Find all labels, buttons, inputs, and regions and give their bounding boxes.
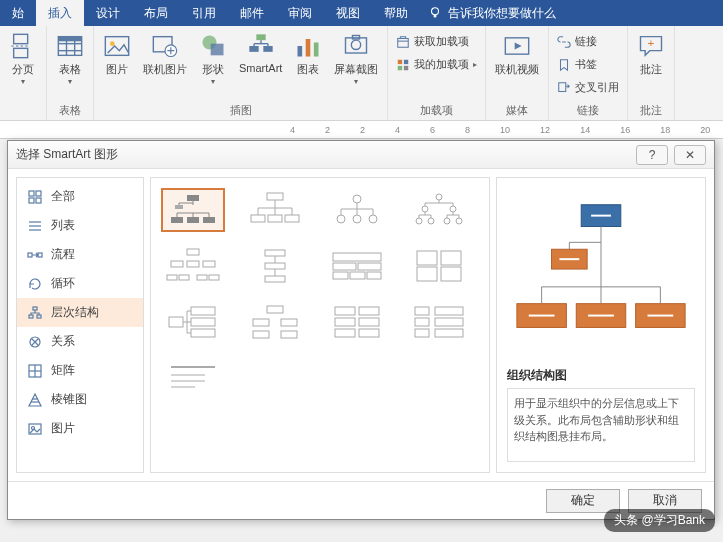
thumb-h8[interactable]	[407, 244, 471, 288]
page-break-button[interactable]: 分页▾	[4, 29, 42, 116]
svg-rect-93	[358, 263, 381, 270]
picture-icon	[103, 32, 131, 60]
online-picture-icon	[151, 32, 179, 60]
svg-rect-91	[333, 253, 381, 261]
thumb-h12[interactable]	[407, 300, 471, 344]
tab-review[interactable]: 审阅	[276, 0, 324, 26]
dialog-titlebar: 选择 SmartArt 图形 ? ✕	[8, 141, 714, 169]
thumb-h10[interactable]	[243, 300, 307, 344]
svg-rect-115	[359, 329, 379, 337]
svg-rect-118	[415, 329, 429, 337]
thumb-h4[interactable]	[407, 188, 471, 232]
svg-rect-61	[175, 205, 183, 209]
picture-button[interactable]: 图片	[98, 29, 136, 101]
online-video-button[interactable]: 联机视频	[490, 29, 544, 101]
tab-references[interactable]: 引用	[180, 0, 228, 26]
preview-title: 组织结构图	[507, 367, 695, 384]
preview-canvas	[507, 188, 695, 359]
svg-rect-24	[298, 46, 303, 57]
svg-rect-18	[249, 46, 258, 52]
thumb-org-chart[interactable]	[161, 188, 225, 232]
bookmark-button[interactable]: 书签	[553, 54, 623, 75]
svg-rect-111	[359, 307, 379, 315]
svg-rect-41	[29, 198, 34, 203]
svg-rect-88	[265, 250, 285, 256]
group-media: 联机视频 媒体	[486, 26, 549, 120]
tell-me-search[interactable]: 告诉我你想要做什么	[428, 5, 556, 22]
comment-icon: +	[637, 32, 665, 60]
svg-rect-94	[333, 272, 348, 279]
svg-point-70	[337, 215, 345, 223]
video-icon	[503, 32, 531, 60]
svg-marker-36	[515, 43, 522, 50]
svg-rect-2	[14, 34, 28, 43]
tab-design[interactable]: 设计	[84, 0, 132, 26]
smartart-gallery	[150, 177, 490, 473]
preview-description: 用于显示组织中的分层信息或上下级关系。此布局包含辅助形状和组织结构图悬挂布局。	[507, 388, 695, 462]
svg-rect-109	[281, 331, 297, 338]
svg-rect-102	[191, 307, 215, 315]
crossref-button[interactable]: 交叉引用	[553, 77, 623, 98]
svg-point-72	[369, 215, 377, 223]
thumb-h13[interactable]	[161, 356, 225, 400]
tab-view[interactable]: 视图	[324, 0, 372, 26]
cat-list[interactable]: 列表	[17, 211, 143, 240]
shapes-button[interactable]: 形状▾	[194, 29, 232, 101]
cat-pyramid[interactable]: 棱锥图	[17, 385, 143, 414]
thumb-h9[interactable]	[161, 300, 225, 344]
svg-rect-10	[58, 37, 81, 42]
thumb-h5[interactable]	[161, 244, 225, 288]
svg-point-74	[422, 206, 428, 212]
cat-relationship[interactable]: 关系	[17, 327, 143, 356]
thumb-h3[interactable]	[325, 188, 389, 232]
svg-rect-113	[359, 318, 379, 326]
svg-rect-46	[28, 253, 32, 257]
svg-rect-103	[191, 318, 215, 326]
shapes-icon	[199, 32, 227, 60]
svg-rect-50	[37, 315, 41, 318]
thumb-h7[interactable]	[325, 244, 389, 288]
tab-help[interactable]: 帮助	[372, 0, 420, 26]
chart-button[interactable]: 图表	[289, 29, 327, 101]
cat-picture[interactable]: 图片	[17, 414, 143, 443]
cat-cycle[interactable]: 循环	[17, 269, 143, 298]
svg-rect-121	[435, 329, 463, 337]
get-addins-button[interactable]: 获取加载项	[392, 31, 481, 52]
screenshot-button[interactable]: 屏幕截图▾	[329, 29, 383, 101]
svg-rect-31	[398, 59, 402, 63]
picture-cat-icon	[27, 421, 43, 437]
cat-hierarchy[interactable]: 层次结构	[17, 298, 143, 327]
cancel-button[interactable]: 取消	[628, 489, 702, 513]
svg-point-79	[456, 218, 462, 224]
tab-mailings[interactable]: 邮件	[228, 0, 276, 26]
svg-point-0	[432, 8, 439, 15]
svg-rect-30	[398, 38, 409, 47]
svg-point-28	[352, 40, 361, 49]
store-icon	[396, 35, 410, 49]
comment-button[interactable]: + 批注	[632, 29, 670, 101]
tab-start[interactable]: 始	[0, 0, 36, 26]
close-button[interactable]: ✕	[674, 145, 706, 165]
svg-rect-89	[265, 263, 285, 269]
bookmark-icon	[557, 58, 571, 72]
lightbulb-icon	[428, 6, 442, 20]
my-addins-button[interactable]: 我的加载项▸	[392, 54, 481, 75]
cat-all[interactable]: 全部	[17, 182, 143, 211]
help-button[interactable]: ?	[636, 145, 668, 165]
smartart-button[interactable]: SmartArt	[234, 29, 287, 101]
tab-layout[interactable]: 布局	[132, 0, 180, 26]
thumb-h2[interactable]	[243, 188, 307, 232]
thumb-h11[interactable]	[325, 300, 389, 344]
thumb-h6[interactable]	[243, 244, 307, 288]
table-button[interactable]: 表格▾	[51, 29, 89, 101]
online-picture-button[interactable]: 联机图片	[138, 29, 192, 101]
tab-insert[interactable]: 插入	[36, 0, 84, 26]
cat-process[interactable]: 流程	[17, 240, 143, 269]
svg-rect-101	[169, 317, 183, 327]
group-addins: 获取加载项 我的加载项▸ 加载项	[388, 26, 486, 120]
ok-button[interactable]: 确定	[546, 489, 620, 513]
cat-matrix[interactable]: 矩阵	[17, 356, 143, 385]
svg-rect-63	[187, 217, 199, 223]
cycle-icon	[27, 276, 43, 292]
link-button[interactable]: 链接	[553, 31, 623, 52]
